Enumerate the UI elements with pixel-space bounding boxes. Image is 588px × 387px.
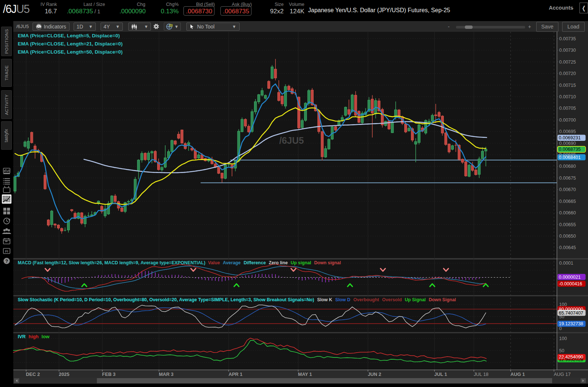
svg-text:0.00705: 0.00705 bbox=[559, 106, 576, 111]
svg-text:FEB 3: FEB 3 bbox=[102, 371, 115, 377]
svg-text:0.00650: 0.00650 bbox=[559, 234, 576, 239]
svg-text:0: 0 bbox=[559, 326, 562, 331]
svg-text:IVRhighlow: IVRhighlow bbox=[18, 334, 50, 339]
svg-text:0.00715: 0.00715 bbox=[559, 83, 576, 88]
svg-text:22.4254090: 22.4254090 bbox=[559, 354, 583, 360]
svg-text:0.00655: 0.00655 bbox=[559, 222, 576, 227]
svg-text:JUL 1: JUL 1 bbox=[434, 371, 447, 377]
svg-text:0.00700: 0.00700 bbox=[559, 118, 576, 123]
svg-text:0.00690: 0.00690 bbox=[559, 141, 576, 146]
svg-text:0.00680: 0.00680 bbox=[559, 164, 576, 169]
svg-text:0.00675: 0.00675 bbox=[559, 176, 576, 181]
svg-text:MACD (Fast length=12, Slow len: MACD (Fast length=12, Slow length=26, MA… bbox=[18, 260, 341, 265]
svg-text:0.0069231: 0.0069231 bbox=[559, 135, 581, 140]
svg-text:0.00720: 0.00720 bbox=[559, 71, 576, 76]
svg-text:MAY 1: MAY 1 bbox=[298, 371, 312, 377]
svg-text:0.00735: 0.00735 bbox=[559, 36, 576, 41]
svg-text:JUL 18: JUL 18 bbox=[474, 371, 489, 377]
svg-text:100: 100 bbox=[559, 336, 567, 341]
svg-text:FI: FI bbox=[5, 249, 8, 253]
svg-text:50: 50 bbox=[559, 348, 564, 353]
svg-text:0.0068401: 0.0068401 bbox=[559, 155, 581, 160]
svg-text:JUN 2: JUN 2 bbox=[368, 371, 381, 377]
svg-text:MAR 3: MAR 3 bbox=[159, 371, 173, 377]
svg-text:2025: 2025 bbox=[59, 371, 69, 377]
svg-text:APR 1: APR 1 bbox=[229, 371, 243, 377]
svg-text:AUG 17: AUG 17 bbox=[554, 371, 571, 377]
svg-text:?: ? bbox=[5, 259, 8, 264]
svg-text:EMA (Price=CLOSE, Length=5, Di: EMA (Price=CLOSE, Length=5, Displace=0) bbox=[18, 33, 120, 38]
svg-text:0.00645: 0.00645 bbox=[559, 245, 576, 250]
svg-text:AUG 1: AUG 1 bbox=[510, 371, 525, 377]
svg-text:0.00710: 0.00710 bbox=[559, 94, 576, 99]
svg-text:0.00730: 0.00730 bbox=[559, 48, 576, 53]
svg-text:100: 100 bbox=[559, 302, 567, 307]
svg-text:19.1232738: 19.1232738 bbox=[559, 321, 583, 326]
svg-text:EMA (Price=CLOSE, Length=21, D: EMA (Price=CLOSE, Length=21, Displace=0) bbox=[18, 41, 122, 47]
svg-text:0.00695: 0.00695 bbox=[559, 129, 576, 134]
svg-text:0.00660: 0.00660 bbox=[559, 210, 576, 215]
svg-text:-0.0000416: -0.0000416 bbox=[559, 281, 582, 286]
svg-text:0.0000021: 0.0000021 bbox=[559, 275, 581, 280]
svg-text:DEC 2: DEC 2 bbox=[26, 371, 40, 377]
svg-text:0.00725: 0.00725 bbox=[559, 60, 576, 65]
svg-text:EMA (Price=CLOSE, Length=50, D: EMA (Price=CLOSE, Length=50, Displace=0) bbox=[18, 49, 122, 55]
svg-text:/6JU5: /6JU5 bbox=[279, 135, 304, 146]
svg-text:0.00670: 0.00670 bbox=[559, 187, 576, 192]
svg-text:50: 50 bbox=[559, 314, 564, 319]
svg-text:Slow Stochastic (K Period=10,: Slow Stochastic (K Period=10, D Period=1… bbox=[18, 297, 456, 302]
svg-text:0.0001: 0.0001 bbox=[559, 261, 573, 266]
svg-text:0.00665: 0.00665 bbox=[559, 199, 576, 204]
svg-text:0.0068735: 0.0068735 bbox=[559, 147, 581, 152]
